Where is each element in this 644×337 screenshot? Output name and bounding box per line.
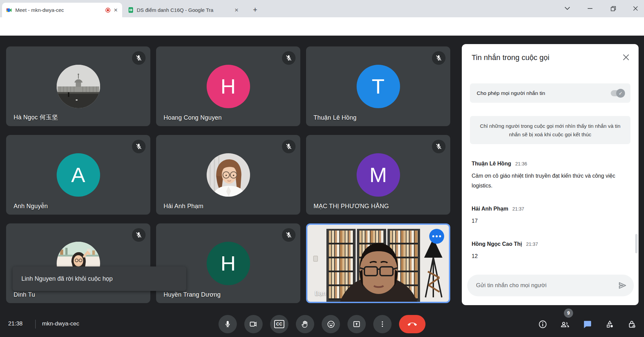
allow-messages-toggle[interactable]: ✓ bbox=[611, 90, 624, 96]
tab-title: Meet - mkn-dwya-cec bbox=[15, 7, 105, 13]
meeting-bottom-bar: 21:38 mkn-dwya-cec CC bbox=[0, 312, 644, 337]
mic-off-icon bbox=[132, 228, 146, 242]
self-tile-options-button[interactable] bbox=[429, 229, 444, 244]
chat-message: Thuận Lê Hồng 21:36 Cảm ơn cô giáo nhiệt… bbox=[472, 161, 625, 191]
avatar-letter: H bbox=[221, 74, 236, 98]
participant-name: Huyền Trang Dương bbox=[164, 291, 221, 298]
meeting-details-icon[interactable] bbox=[537, 319, 548, 330]
participant-name: Thuận Lê Hồng bbox=[314, 114, 357, 121]
toggle-check-icon: ✓ bbox=[616, 89, 625, 98]
message-time: 21:37 bbox=[512, 206, 524, 212]
google-sheets-favicon bbox=[128, 7, 133, 13]
self-video-feed bbox=[307, 225, 449, 302]
participant-tile[interactable]: T Thuận Lê Hồng bbox=[306, 46, 450, 126]
participants-count-badge: 9 bbox=[564, 309, 573, 318]
browser-toolbar: meet.google.com/mkn-dwya-cec G ★ Lê Anh … bbox=[0, 17, 644, 36]
mic-off-icon bbox=[282, 140, 296, 153]
mic-off-icon bbox=[282, 51, 296, 65]
chat-message-input[interactable] bbox=[476, 275, 605, 296]
avatar bbox=[207, 153, 250, 197]
chat-input-pill bbox=[467, 275, 634, 296]
participant-tile[interactable]: Hải Anh Phạm bbox=[156, 135, 300, 215]
microphone-button[interactable] bbox=[219, 315, 237, 333]
mic-off-icon bbox=[132, 140, 146, 153]
tab-meet[interactable]: Meet - mkn-dwya-cec ✕ bbox=[2, 3, 122, 17]
new-tab-button[interactable]: + bbox=[250, 5, 260, 15]
chat-message-list: Thuận Lê Hồng 21:36 Cảm ơn cô giáo nhiệt… bbox=[472, 161, 625, 276]
end-call-button[interactable] bbox=[399, 315, 425, 333]
participant-name: Hải Anh Phạm bbox=[164, 203, 203, 210]
allow-messages-label: Cho phép mọi người nhắn tin bbox=[477, 90, 611, 96]
window-close-button[interactable] bbox=[630, 3, 641, 14]
captions-cc-label: CC bbox=[274, 320, 284, 328]
message-sender: Hải Anh Phạm bbox=[472, 206, 508, 212]
meeting-area: Hà Ngọc 何玉坚 H Hoang Cong Nguyen T Thuận … bbox=[0, 36, 644, 312]
mic-off-icon bbox=[432, 51, 446, 65]
avatar bbox=[57, 65, 100, 108]
video-grid: Hà Ngọc 何玉坚 H Hoang Cong Nguyen T Thuận … bbox=[6, 46, 450, 303]
reactions-button[interactable] bbox=[322, 315, 340, 333]
avatar-letter: A bbox=[71, 163, 85, 187]
portrait-photo-avatar bbox=[207, 153, 250, 197]
google-meet-favicon bbox=[6, 7, 12, 13]
participant-name: MẠC THỊ PHƯƠNG HẰNG bbox=[314, 203, 389, 210]
activities-icon[interactable] bbox=[605, 319, 615, 330]
chat-close-icon[interactable] bbox=[621, 52, 631, 62]
dome-photo-avatar bbox=[57, 65, 100, 108]
participant-name: Hoang Cong Nguyen bbox=[164, 114, 222, 121]
tab-recording-indicator-icon bbox=[105, 7, 111, 13]
participant-name: Hà Ngọc 何玉坚 bbox=[14, 113, 58, 121]
host-controls-icon[interactable] bbox=[627, 319, 637, 330]
avatar: H bbox=[207, 65, 250, 108]
call-controls: CC bbox=[219, 315, 425, 333]
mic-off-icon bbox=[282, 228, 296, 242]
chat-toggle-icon[interactable] bbox=[582, 319, 592, 330]
participant-name: Bạn bbox=[315, 290, 326, 297]
tab-close-icon[interactable]: ✕ bbox=[113, 7, 119, 13]
message-text: 17 bbox=[472, 216, 625, 226]
mic-off-icon bbox=[432, 140, 446, 153]
message-sender: Hồng Ngọc Cao Thị bbox=[472, 241, 522, 247]
chat-message: Hồng Ngọc Cao Thị 21:37 12 bbox=[472, 241, 625, 261]
chat-panel: Tin nhắn trong cuộc gọi Cho phép mọi ngư… bbox=[462, 44, 639, 305]
avatar: M bbox=[357, 153, 400, 197]
message-text: 12 bbox=[472, 251, 625, 261]
chat-message: Hải Anh Phạm 21:37 17 bbox=[472, 206, 625, 226]
tab-title: DS điểm danh C16Q - Google Tra bbox=[137, 7, 231, 13]
avatar: A bbox=[57, 153, 100, 197]
message-text: Cảm ơn cô giáo nhiệt tình truyền đạt kiế… bbox=[472, 171, 625, 191]
message-time: 21:37 bbox=[526, 241, 538, 247]
self-video-tile[interactable]: Bạn bbox=[306, 223, 450, 303]
chat-scrollbar[interactable] bbox=[635, 234, 638, 253]
participant-tile[interactable]: Dinh Tu bbox=[6, 223, 150, 303]
window-minimize-button[interactable] bbox=[584, 3, 596, 14]
window-restore-button[interactable] bbox=[607, 3, 619, 14]
participant-tile[interactable]: A Anh Nguyễn bbox=[6, 135, 150, 215]
chat-privacy-notice: Chỉ những người trong cuộc gọi mới nhìn … bbox=[470, 116, 630, 144]
participant-tile[interactable]: H Hoang Cong Nguyen bbox=[156, 46, 300, 126]
captions-button[interactable]: CC bbox=[270, 315, 288, 333]
window-menu-chevron-icon[interactable] bbox=[562, 3, 573, 14]
message-time: 21:36 bbox=[515, 161, 527, 166]
avatar: H bbox=[207, 242, 250, 285]
participant-tile[interactable]: M MẠC THỊ PHƯƠNG HẰNG bbox=[306, 135, 450, 215]
avatar-letter: M bbox=[370, 163, 387, 187]
tab-sheets[interactable]: DS điểm danh C16Q - Google Tra ✕ bbox=[124, 3, 243, 17]
participant-tile[interactable]: H Huyền Trang Dương bbox=[156, 223, 300, 303]
more-options-button[interactable] bbox=[373, 315, 392, 333]
tab-close-icon[interactable]: ✕ bbox=[233, 7, 240, 13]
raise-hand-button[interactable] bbox=[296, 315, 314, 333]
present-screen-button[interactable] bbox=[347, 315, 366, 333]
browser-tab-bar: Meet - mkn-dwya-cec ✕ DS điểm danh C16Q … bbox=[0, 0, 644, 17]
leave-toast: Linh Nguyen đã rời khỏi cuộc họp bbox=[13, 266, 186, 291]
send-message-icon[interactable] bbox=[617, 280, 628, 291]
participant-tile[interactable]: Hà Ngọc 何玉坚 bbox=[6, 46, 150, 126]
camera-button[interactable] bbox=[244, 315, 263, 333]
self-video-overlay bbox=[307, 225, 449, 302]
participant-name: Dinh Tu bbox=[14, 291, 35, 298]
avatar-letter: T bbox=[372, 74, 385, 98]
participants-icon[interactable]: 9 bbox=[560, 319, 570, 330]
avatar-letter: H bbox=[221, 251, 236, 275]
message-sender: Thuận Lê Hồng bbox=[472, 161, 511, 167]
clock-text: 21:38 bbox=[8, 320, 23, 327]
